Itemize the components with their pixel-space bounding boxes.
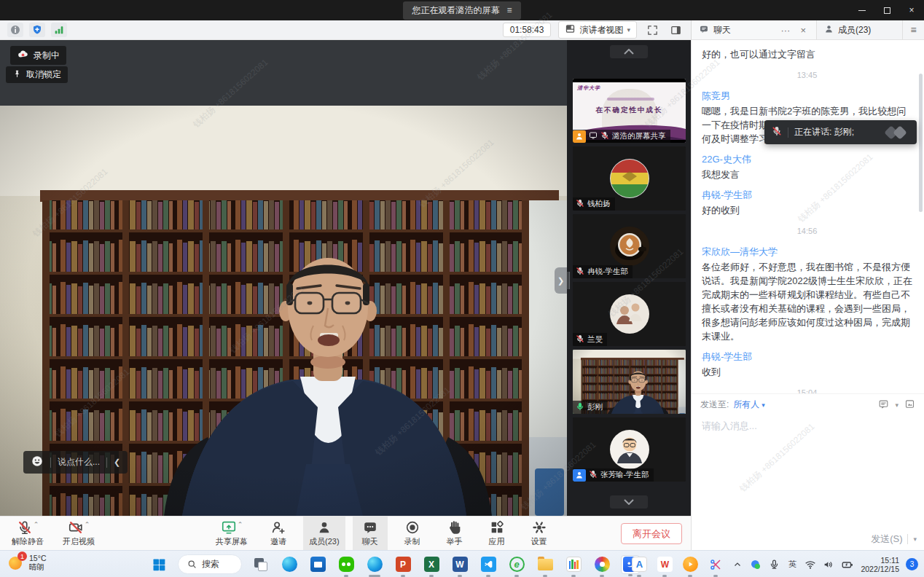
taskbar-app-wechat[interactable] bbox=[337, 555, 356, 574]
scroll-up-button[interactable] bbox=[610, 45, 648, 58]
chevron-up-icon[interactable]: ⌃ bbox=[34, 521, 39, 528]
participant-label: 冉锐-学生部 bbox=[573, 265, 633, 278]
layout-view-icon bbox=[565, 23, 576, 36]
taskbar-search[interactable]: 搜索 bbox=[178, 554, 242, 574]
chat-scrollbar[interactable] bbox=[919, 74, 923, 212]
emoji-smiley-icon[interactable] bbox=[31, 455, 44, 470]
toolbar-chat[interactable]: 聊天 bbox=[353, 517, 388, 550]
taskbar-app-vscode[interactable] bbox=[479, 555, 498, 574]
taskbar-app-start[interactable] bbox=[149, 555, 168, 574]
leave-meeting-button[interactable]: 离开会议 bbox=[621, 523, 682, 544]
toolbar-record[interactable]: 录制 bbox=[395, 517, 430, 550]
collapse-left-icon[interactable]: ❮ bbox=[114, 458, 120, 467]
toolbar-mic-muted[interactable]: ⌃解除静音 bbox=[6, 517, 50, 550]
taskbar-app-store[interactable] bbox=[308, 555, 327, 574]
taskbar-app-edge-browser[interactable] bbox=[365, 555, 384, 574]
toolbar-screen-share[interactable]: ⌃共享屏幕 bbox=[210, 517, 254, 550]
taskbar-app-task-view[interactable] bbox=[251, 555, 270, 574]
main-video-area: 录制中 取消锁定 说点什么... ❮ bbox=[0, 40, 567, 516]
unlock-button[interactable]: 取消锁定 bbox=[6, 66, 68, 83]
chat-message: 各位老师好，不好意思，我在图书馆，不是很方便说话。我是新闻学院2022级博士生生… bbox=[702, 260, 912, 343]
notification-badge[interactable]: 3 bbox=[906, 558, 918, 570]
chat-history-icon[interactable] bbox=[878, 399, 889, 412]
tray-chevron-up-icon[interactable] bbox=[732, 560, 743, 569]
participant-label: 钱柏扬 bbox=[573, 197, 615, 211]
chat-close-icon[interactable]: × bbox=[797, 25, 809, 36]
taskbar-clock[interactable]: 15:112022/12/15 bbox=[861, 556, 899, 573]
chat-message: 好的收到 bbox=[702, 203, 912, 217]
chat-panel: 好的，也可以通过文字留言13:45陈竞男嗯嗯，我是日新书院2字班的陈竞男，我比较… bbox=[691, 40, 924, 550]
desktop: 您正在观看潞浩的屏幕 ≡ × 01:58:43 演讲者视图 ▾ 聊天 bbox=[0, 0, 924, 577]
say-something-label: 说点什么... bbox=[58, 456, 100, 468]
scroll-down-button[interactable] bbox=[610, 495, 648, 509]
minimize-button[interactable] bbox=[850, 0, 874, 20]
chat-more-icon[interactable]: ··· bbox=[778, 25, 793, 36]
participant-tile-video[interactable]: 钱柏扬 bbox=[573, 146, 686, 211]
close-button[interactable]: × bbox=[899, 0, 924, 20]
tab-members[interactable]: 成员(23) bbox=[816, 20, 902, 39]
send-button[interactable]: 发送(S) bbox=[871, 533, 902, 546]
security-shield-icon[interactable] bbox=[29, 23, 45, 37]
taskbar-app-wps[interactable]: W bbox=[655, 555, 674, 574]
chat-message: 收到 bbox=[702, 365, 912, 379]
screenshare-icon bbox=[589, 131, 598, 141]
sidebar-toggle-icon[interactable] bbox=[667, 23, 684, 37]
weather-widget[interactable]: 1 15°C晴朗 bbox=[7, 554, 46, 571]
chat-message-list[interactable]: 好的，也可以通过文字留言13:45陈竞男嗯嗯，我是日新书院2字班的陈竞男，我比较… bbox=[692, 40, 917, 393]
toast-decoration bbox=[885, 125, 909, 140]
toolbar-apps[interactable]: 应用 bbox=[479, 517, 514, 550]
mic-muted-icon bbox=[576, 199, 584, 209]
chevron-up-icon[interactable]: ⌃ bbox=[85, 521, 90, 528]
taskbar-app-screenclip[interactable] bbox=[706, 555, 725, 574]
chevron-up-icon[interactable]: ⌃ bbox=[238, 521, 243, 528]
taskbar-app-file-explorer[interactable] bbox=[536, 555, 555, 574]
panel-header: 聊天 ··· × 成员(23) ≡ bbox=[691, 20, 924, 40]
participant-tile-video[interactable]: 张芳瑜-学生部 bbox=[573, 417, 686, 482]
meeting-info-icon[interactable] bbox=[7, 23, 23, 37]
quick-chat-bar[interactable]: 说点什么... ❮ bbox=[23, 451, 128, 474]
strip-expand-handle[interactable]: ❯ bbox=[555, 267, 567, 294]
tab-chat[interactable]: 聊天 ··· × bbox=[692, 20, 816, 39]
toolbar-camera-off[interactable]: ⌃开启视频 bbox=[57, 517, 101, 550]
slide-title: 在不确定性中成长 bbox=[573, 106, 686, 115]
screenshot-icon[interactable] bbox=[904, 399, 915, 412]
fullscreen-icon[interactable] bbox=[644, 23, 660, 37]
banner-menu-icon[interactable]: ≡ bbox=[506, 5, 512, 15]
tray-ime[interactable]: 英 bbox=[786, 559, 798, 570]
taskbar-app-excel[interactable]: X bbox=[422, 555, 441, 574]
send-to-label: 发送至: bbox=[700, 399, 729, 411]
taskbar-app-reader[interactable] bbox=[564, 555, 583, 574]
chat-sender: 22G-史大伟 bbox=[702, 152, 912, 166]
maximize-button[interactable] bbox=[874, 0, 899, 20]
strip-drag-handle[interactable] bbox=[568, 272, 570, 289]
toolbar-invite[interactable]: 邀请 bbox=[261, 517, 296, 550]
toolbar-settings[interactable]: 设置 bbox=[522, 517, 557, 550]
tray-security-icon[interactable] bbox=[750, 559, 761, 570]
taskbar-app-ie[interactable]: e bbox=[507, 555, 526, 574]
taskbar-app-photos[interactable] bbox=[592, 555, 611, 574]
chat-input[interactable] bbox=[692, 415, 924, 531]
participant-tile-video[interactable]: 冉锐-学生部 bbox=[573, 214, 686, 278]
tray-battery-icon[interactable] bbox=[841, 558, 854, 571]
participant-tile-video[interactable]: 彭刚 bbox=[573, 350, 686, 414]
taskbar-app-translate-a[interactable]: A bbox=[630, 555, 649, 574]
participant-tile-video[interactable]: 兰旻 bbox=[573, 282, 686, 346]
send-to-select[interactable]: 所有人▾ bbox=[733, 399, 765, 411]
tray-microphone-icon[interactable] bbox=[768, 559, 780, 570]
tray-wifi-icon[interactable] bbox=[804, 559, 816, 570]
cloud-recording-icon bbox=[17, 48, 29, 63]
taskbar-app-powerpoint[interactable]: P bbox=[394, 555, 412, 574]
taskbar-app-edge[interactable] bbox=[280, 555, 299, 574]
send-to-bar: 发送至: 所有人▾ ▾ bbox=[692, 393, 924, 415]
participant-tile-screenshare[interactable]: 清华大学 在不确定性中成长 潞浩的屏幕共享 bbox=[573, 79, 686, 143]
toolbar-members[interactable]: 成员(23) bbox=[303, 517, 345, 550]
view-mode-button[interactable]: 演讲者视图 ▾ bbox=[558, 21, 637, 39]
taskbar-app-word[interactable]: W bbox=[450, 555, 469, 574]
taskbar-app-tencent-video[interactable] bbox=[681, 555, 700, 574]
network-signal-icon[interactable] bbox=[51, 23, 67, 37]
panel-menu-icon[interactable]: ≡ bbox=[902, 20, 924, 39]
tray-volume-icon[interactable] bbox=[823, 559, 834, 570]
meeting-statusbar: 01:58:43 演讲者视图 ▾ bbox=[0, 20, 691, 40]
toolbar-raise-hand[interactable]: 举手 bbox=[437, 517, 472, 550]
send-options-icon[interactable]: ▾ bbox=[913, 535, 917, 543]
